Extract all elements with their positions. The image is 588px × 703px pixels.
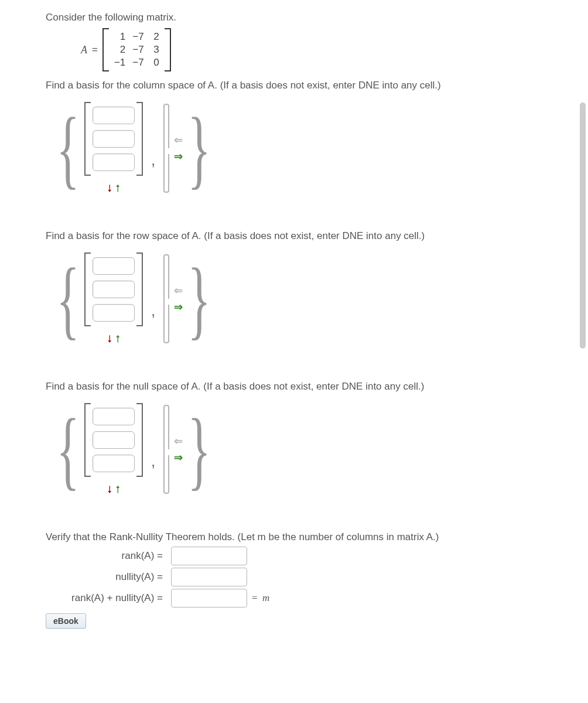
rank-input[interactable]	[171, 547, 247, 565]
rowspace-vector-1	[84, 252, 143, 326]
nullspace-vector-1	[84, 403, 143, 477]
colspace-add-vector-slot[interactable]	[163, 104, 169, 193]
add-row-icon[interactable]: ↑	[115, 482, 121, 495]
scrollbar-track[interactable]	[580, 0, 587, 640]
verify-question: Verify that the Rank-Nullity Theorem hol…	[46, 531, 588, 543]
rowspace-basis-widget: { ↓ ↑ , ⇐ ⇒ }	[47, 252, 588, 344]
remove-column-icon[interactable]: ⇐	[174, 435, 183, 448]
colspace-vector-1	[84, 102, 143, 176]
rowspace-v1-c2[interactable]	[93, 281, 135, 298]
colspace-v1-c1[interactable]	[93, 107, 135, 124]
add-row-icon[interactable]: ↑	[115, 180, 121, 194]
colspace-question: Find a basis for the column space of A. …	[46, 80, 588, 91]
separator-comma: ,	[151, 452, 155, 470]
add-column-icon[interactable]: ⇒	[174, 301, 183, 313]
intro-text: Consider the following matrix.	[46, 12, 588, 23]
ebook-button[interactable]: eBook	[46, 613, 86, 629]
nullspace-basis-widget: { ↓ ↑ , ⇐ ⇒ }	[47, 403, 588, 495]
nullity-label: nullity(A) =	[46, 571, 166, 583]
remove-row-icon[interactable]: ↓	[107, 180, 112, 194]
equals-m-text: = m	[252, 592, 269, 604]
add-row-icon[interactable]: ↑	[115, 331, 121, 344]
nullity-input[interactable]	[171, 568, 247, 586]
right-brace-icon: }	[187, 414, 211, 484]
separator-comma: ,	[151, 302, 155, 320]
right-brace-icon: }	[187, 264, 211, 334]
left-brace-icon: {	[56, 414, 80, 484]
nullspace-v1-c3[interactable]	[93, 455, 135, 472]
rank-label: rank(A) =	[46, 550, 166, 562]
colspace-v1-c3[interactable]	[93, 153, 135, 171]
left-brace-icon: {	[56, 264, 80, 334]
rowspace-add-vector-slot[interactable]	[163, 254, 169, 343]
add-column-icon[interactable]: ⇒	[174, 451, 183, 464]
equals-sign: =	[92, 44, 98, 56]
colspace-basis-widget: { ↓ ↑ , ⇐ ⇒ }	[47, 102, 588, 194]
nullspace-v1-c2[interactable]	[93, 431, 135, 449]
colspace-v1-c2[interactable]	[93, 130, 135, 148]
rowspace-v1-c1[interactable]	[93, 257, 135, 275]
add-column-icon[interactable]: ⇒	[174, 150, 183, 163]
matrix-var: A	[81, 44, 87, 56]
nullspace-v1-c1[interactable]	[93, 408, 135, 425]
left-brace-icon: {	[56, 113, 80, 183]
rowspace-v1-c3[interactable]	[93, 304, 135, 322]
remove-column-icon[interactable]: ⇐	[174, 134, 183, 146]
matrix-definition: A = 1−72 2−73 −1−70	[81, 28, 588, 71]
remove-column-icon[interactable]: ⇐	[174, 284, 183, 297]
sum-input[interactable]	[171, 589, 247, 608]
scrollbar-thumb[interactable]	[580, 103, 586, 349]
remove-row-icon[interactable]: ↓	[107, 482, 112, 495]
remove-row-icon[interactable]: ↓	[107, 331, 112, 344]
matrix-A: 1−72 2−73 −1−70	[102, 28, 171, 71]
separator-comma: ,	[151, 151, 155, 169]
right-brace-icon: }	[187, 113, 211, 183]
nullspace-question: Find a basis for the null space of A. (I…	[46, 381, 588, 393]
sum-label: rank(A) + nullity(A) =	[46, 592, 166, 604]
nullspace-add-vector-slot[interactable]	[163, 405, 169, 494]
rowspace-question: Find a basis for the row space of A. (If…	[46, 230, 588, 242]
